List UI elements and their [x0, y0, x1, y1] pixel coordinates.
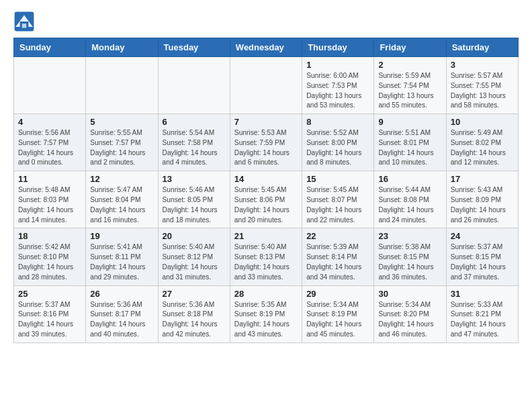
day-info: Sunrise: 5:41 AM Sunset: 8:11 PM Dayligh… [90, 242, 153, 282]
day-info: Sunrise: 5:34 AM Sunset: 8:20 PM Dayligh… [378, 300, 441, 340]
day-info: Sunrise: 5:54 AM Sunset: 7:58 PM Dayligh… [163, 128, 226, 168]
day-number: 12 [90, 174, 153, 184]
day-cell: 12Sunrise: 5:47 AM Sunset: 8:04 PM Dayli… [86, 171, 158, 228]
day-cell: 23Sunrise: 5:38 AM Sunset: 8:15 PM Dayli… [374, 228, 446, 285]
day-cell: 16Sunrise: 5:44 AM Sunset: 8:08 PM Dayli… [374, 171, 446, 228]
day-cell: 22Sunrise: 5:39 AM Sunset: 8:14 PM Dayli… [302, 228, 374, 285]
day-info: Sunrise: 5:53 AM Sunset: 7:59 PM Dayligh… [234, 128, 298, 168]
day-info: Sunrise: 5:59 AM Sunset: 7:54 PM Dayligh… [378, 71, 441, 111]
day-number: 8 [306, 117, 369, 127]
day-info: Sunrise: 5:57 AM Sunset: 7:55 PM Dayligh… [451, 71, 514, 111]
day-number: 17 [451, 174, 514, 184]
week-row-4: 18Sunrise: 5:42 AM Sunset: 8:10 PM Dayli… [14, 228, 519, 285]
day-cell: 29Sunrise: 5:34 AM Sunset: 8:19 PM Dayli… [302, 285, 374, 342]
day-cell: 1Sunrise: 6:00 AM Sunset: 7:53 PM Daylig… [302, 57, 374, 114]
day-info: Sunrise: 5:56 AM Sunset: 7:57 PM Dayligh… [18, 128, 81, 168]
column-header-sunday: Sunday [14, 38, 86, 57]
day-number: 23 [378, 231, 441, 241]
day-number: 19 [90, 231, 153, 241]
column-header-tuesday: Tuesday [158, 38, 230, 57]
day-info: Sunrise: 6:00 AM Sunset: 7:53 PM Dayligh… [306, 71, 369, 111]
header [13, 11, 519, 32]
day-cell: 10Sunrise: 5:49 AM Sunset: 8:02 PM Dayli… [446, 114, 518, 171]
day-cell: 24Sunrise: 5:37 AM Sunset: 8:15 PM Dayli… [446, 228, 518, 285]
day-number: 14 [234, 174, 298, 184]
day-cell: 30Sunrise: 5:34 AM Sunset: 8:20 PM Dayli… [374, 285, 446, 342]
day-number: 22 [306, 231, 369, 241]
day-info: Sunrise: 5:49 AM Sunset: 8:02 PM Dayligh… [451, 128, 514, 168]
day-info: Sunrise: 5:47 AM Sunset: 8:04 PM Dayligh… [90, 185, 153, 225]
day-number: 31 [451, 289, 514, 299]
day-info: Sunrise: 5:55 AM Sunset: 7:57 PM Dayligh… [90, 128, 153, 168]
calendar-table: SundayMondayTuesdayWednesdayThursdayFrid… [13, 38, 519, 343]
day-number: 2 [378, 60, 441, 70]
day-cell: 14Sunrise: 5:45 AM Sunset: 8:06 PM Dayli… [230, 171, 302, 228]
day-cell: 13Sunrise: 5:46 AM Sunset: 8:05 PM Dayli… [158, 171, 230, 228]
day-info: Sunrise: 5:34 AM Sunset: 8:19 PM Dayligh… [306, 300, 369, 340]
day-number: 16 [378, 174, 441, 184]
day-cell: 31Sunrise: 5:33 AM Sunset: 8:21 PM Dayli… [446, 285, 518, 342]
day-number: 5 [90, 117, 153, 127]
day-number: 28 [234, 289, 298, 299]
day-number: 26 [90, 289, 153, 299]
day-number: 24 [451, 231, 514, 241]
day-cell: 11Sunrise: 5:48 AM Sunset: 8:03 PM Dayli… [14, 171, 86, 228]
day-cell: 17Sunrise: 5:43 AM Sunset: 8:09 PM Dayli… [446, 171, 518, 228]
day-number: 6 [163, 117, 226, 127]
day-cell: 5Sunrise: 5:55 AM Sunset: 7:57 PM Daylig… [86, 114, 158, 171]
day-cell [86, 57, 158, 114]
day-cell: 6Sunrise: 5:54 AM Sunset: 7:58 PM Daylig… [158, 114, 230, 171]
day-info: Sunrise: 5:42 AM Sunset: 8:10 PM Dayligh… [18, 242, 81, 282]
day-info: Sunrise: 5:44 AM Sunset: 8:08 PM Dayligh… [378, 185, 441, 225]
day-cell: 19Sunrise: 5:41 AM Sunset: 8:11 PM Dayli… [86, 228, 158, 285]
day-number: 29 [306, 289, 369, 299]
day-cell: 9Sunrise: 5:51 AM Sunset: 8:01 PM Daylig… [374, 114, 446, 171]
day-info: Sunrise: 5:45 AM Sunset: 8:06 PM Dayligh… [234, 185, 298, 225]
week-row-2: 4Sunrise: 5:56 AM Sunset: 7:57 PM Daylig… [14, 114, 519, 171]
day-cell [158, 57, 230, 114]
day-info: Sunrise: 5:37 AM Sunset: 8:16 PM Dayligh… [18, 300, 81, 340]
day-cell [14, 57, 86, 114]
day-info: Sunrise: 5:35 AM Sunset: 8:19 PM Dayligh… [234, 300, 298, 340]
day-info: Sunrise: 5:39 AM Sunset: 8:14 PM Dayligh… [306, 242, 369, 282]
day-cell: 21Sunrise: 5:40 AM Sunset: 8:13 PM Dayli… [230, 228, 302, 285]
day-info: Sunrise: 5:51 AM Sunset: 8:01 PM Dayligh… [378, 128, 441, 168]
day-number: 27 [163, 289, 226, 299]
calendar-header: SundayMondayTuesdayWednesdayThursdayFrid… [14, 38, 519, 57]
day-info: Sunrise: 5:36 AM Sunset: 8:17 PM Dayligh… [90, 300, 153, 340]
day-info: Sunrise: 5:37 AM Sunset: 8:15 PM Dayligh… [451, 242, 514, 282]
day-number: 21 [234, 231, 298, 241]
column-header-saturday: Saturday [446, 38, 518, 57]
day-cell: 3Sunrise: 5:57 AM Sunset: 7:55 PM Daylig… [446, 57, 518, 114]
day-number: 9 [378, 117, 441, 127]
day-info: Sunrise: 5:48 AM Sunset: 8:03 PM Dayligh… [18, 185, 81, 225]
svg-rect-3 [22, 24, 26, 28]
day-number: 1 [306, 60, 369, 70]
day-cell: 15Sunrise: 5:45 AM Sunset: 8:07 PM Dayli… [302, 171, 374, 228]
day-info: Sunrise: 5:40 AM Sunset: 8:12 PM Dayligh… [163, 242, 226, 282]
day-cell: 8Sunrise: 5:52 AM Sunset: 8:00 PM Daylig… [302, 114, 374, 171]
day-number: 11 [18, 174, 81, 184]
day-info: Sunrise: 5:46 AM Sunset: 8:05 PM Dayligh… [163, 185, 226, 225]
day-number: 30 [378, 289, 441, 299]
day-cell: 2Sunrise: 5:59 AM Sunset: 7:54 PM Daylig… [374, 57, 446, 114]
day-cell: 4Sunrise: 5:56 AM Sunset: 7:57 PM Daylig… [14, 114, 86, 171]
day-cell: 26Sunrise: 5:36 AM Sunset: 8:17 PM Dayli… [86, 285, 158, 342]
day-number: 13 [163, 174, 226, 184]
logo [13, 11, 38, 32]
week-row-3: 11Sunrise: 5:48 AM Sunset: 8:03 PM Dayli… [14, 171, 519, 228]
day-cell: 7Sunrise: 5:53 AM Sunset: 7:59 PM Daylig… [230, 114, 302, 171]
day-cell: 18Sunrise: 5:42 AM Sunset: 8:10 PM Dayli… [14, 228, 86, 285]
day-number: 25 [18, 289, 81, 299]
week-row-5: 25Sunrise: 5:37 AM Sunset: 8:16 PM Dayli… [14, 285, 519, 342]
day-info: Sunrise: 5:38 AM Sunset: 8:15 PM Dayligh… [378, 242, 441, 282]
column-header-monday: Monday [86, 38, 158, 57]
day-info: Sunrise: 5:45 AM Sunset: 8:07 PM Dayligh… [306, 185, 369, 225]
day-cell: 28Sunrise: 5:35 AM Sunset: 8:19 PM Dayli… [230, 285, 302, 342]
day-info: Sunrise: 5:36 AM Sunset: 8:18 PM Dayligh… [163, 300, 226, 340]
day-number: 4 [18, 117, 81, 127]
day-info: Sunrise: 5:33 AM Sunset: 8:21 PM Dayligh… [451, 300, 514, 340]
day-cell [230, 57, 302, 114]
day-cell: 25Sunrise: 5:37 AM Sunset: 8:16 PM Dayli… [14, 285, 86, 342]
day-number: 15 [306, 174, 369, 184]
